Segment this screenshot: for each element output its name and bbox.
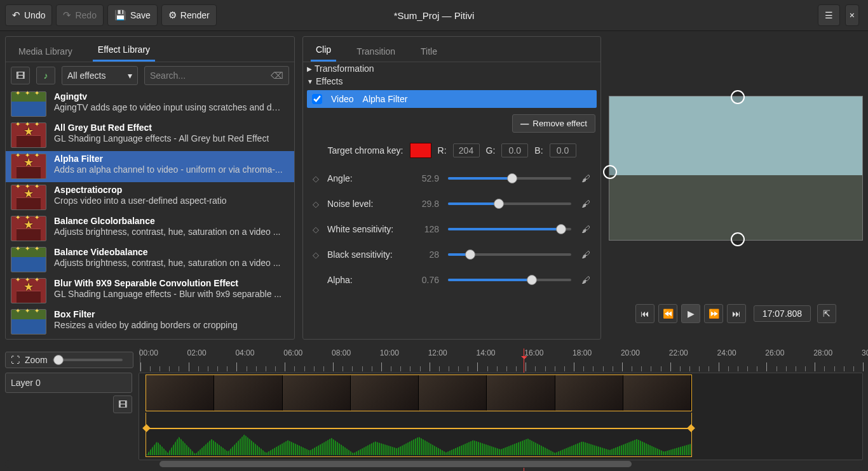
main-area: Media Library Effect Library 🎞 ♪ All eff… (0, 31, 868, 345)
param-value[interactable]: 128 (409, 224, 439, 234)
reset-param-icon[interactable]: 🖌 (581, 173, 594, 183)
save-button[interactable]: 💾Save (107, 4, 158, 26)
effect-thumbnail: ✦ ✦ ✦ (11, 278, 46, 303)
ruler-tick-label: 10:00 (380, 348, 399, 357)
param-slider[interactable] (448, 202, 571, 205)
volume-envelope[interactable] (146, 428, 691, 429)
ruler-tick-label: 16:00 (524, 348, 543, 357)
tab-effect-library[interactable]: Effect Library (93, 38, 155, 62)
applied-effect-row[interactable]: Video Alpha Filter (307, 90, 597, 108)
video-effects-toggle[interactable]: 🎞 (11, 67, 30, 84)
effect-category-dropdown[interactable]: All effects▾ (62, 66, 138, 85)
forward-button[interactable]: ⏩ (704, 304, 723, 323)
param-slider[interactable] (448, 253, 571, 256)
reset-param-icon[interactable]: 🖌 (581, 199, 594, 209)
effect-item[interactable]: ✦ ✦ ✦Box FilterResizes a video by adding… (6, 307, 294, 338)
keyframe-icon[interactable]: ◇ (309, 199, 322, 209)
remove-effect-button[interactable]: —Remove effect (512, 114, 595, 133)
reset-param-icon[interactable]: 🖌 (581, 275, 594, 285)
effect-item[interactable]: ✦ ✦ ✦All Grey But Red EffectGL Shading L… (6, 120, 294, 151)
chroma-label: Target chroma key: (327, 145, 403, 156)
tab-transition[interactable]: Transition (351, 40, 400, 62)
skip-start-icon: ⏮ (641, 308, 649, 319)
effect-title: All Grey But Red Effect (54, 123, 269, 133)
timeline-tracks[interactable] (139, 373, 863, 460)
ruler-tick-label: 26:00 (765, 348, 784, 357)
timeline-ruler[interactable]: 00:0002:0004:0006:0008:0010:0012:0014:00… (140, 348, 863, 371)
preview-viewer[interactable] (609, 96, 863, 241)
param-value[interactable]: 0.76 (409, 275, 439, 285)
layer-options-button[interactable]: 🎞 (113, 395, 132, 413)
param-slider[interactable] (448, 177, 571, 180)
section-effects[interactable]: ▼Effects (303, 75, 600, 88)
effect-item[interactable]: ✦ ✦ ✦Alpha FilterAdds an alpha channel t… (6, 151, 294, 182)
chroma-key-row: Target chroma key: R: 204 G: 0.0 B: 0.0 (309, 140, 594, 166)
section-transformation[interactable]: ▶Transformation (303, 62, 600, 75)
param-value[interactable]: 28 (409, 249, 439, 260)
keyframe-icon[interactable]: ◇ (309, 174, 322, 183)
effect-item[interactable]: ✦ ✦ ✦AspectratiocropCrops video into a u… (6, 182, 294, 213)
ruler-tick-label: 08:00 (332, 348, 351, 357)
video-clip[interactable] (146, 375, 692, 411)
ruler-tick-label: 12:00 (428, 348, 447, 357)
chroma-color-swatch[interactable] (410, 143, 431, 158)
rewind-button[interactable]: ⏪ (658, 304, 677, 323)
effect-title: Agingtv (54, 91, 283, 102)
effect-list[interactable]: ✦ ✦ ✦AgingtvAgingTV adds age to video in… (6, 89, 294, 339)
keyframe-icon[interactable]: ◇ (309, 225, 322, 234)
layer-name-input[interactable]: Layer 0 (5, 373, 132, 393)
skip-start-button[interactable]: ⏮ (635, 304, 654, 323)
tab-media-library[interactable]: Media Library (13, 40, 78, 62)
effect-search-input[interactable]: Search...⌫ (144, 66, 289, 85)
keyframe-icon[interactable]: ◇ (309, 250, 322, 260)
transform-handle-left[interactable] (603, 165, 617, 179)
ruler-tick-label: 20:00 (621, 348, 640, 357)
ruler-tick-label: 00:00 (139, 348, 158, 357)
chroma-r-input[interactable]: 204 (453, 143, 480, 157)
effect-title: Blur With 9X9 Separable Convolution Effe… (54, 278, 281, 288)
undo-button[interactable]: ↶Undo (5, 4, 52, 26)
tab-title[interactable]: Title (416, 40, 442, 62)
effect-title: Box Filter (54, 309, 238, 319)
close-button[interactable]: × (845, 4, 859, 26)
chevron-down-icon: ▾ (128, 70, 132, 81)
effect-thumbnail: ✦ ✦ ✦ (11, 91, 46, 117)
skip-end-icon: ⏭ (732, 308, 741, 319)
zoom-slider[interactable] (53, 359, 123, 361)
effect-item[interactable]: ✦ ✦ ✦AgingtvAgingTV adds age to video in… (6, 89, 294, 120)
redo-button[interactable]: ↷Redo (56, 4, 103, 26)
audio-clip[interactable] (146, 413, 692, 457)
param-value[interactable]: 29.8 (409, 199, 439, 209)
effect-item[interactable]: ✦ ✦ ✦Blur With 9X9 Separable Convolution… (6, 275, 294, 307)
transform-handle-top[interactable] (731, 90, 745, 104)
tab-clip[interactable]: Clip (311, 38, 336, 62)
param-value[interactable]: 52.9 (409, 173, 439, 183)
transform-handle-bottom[interactable] (731, 232, 745, 246)
effect-item[interactable]: ✦ ✦ ✦Balance VideobalanceAdjusts brightn… (6, 244, 294, 275)
backspace-icon[interactable]: ⌫ (271, 70, 283, 81)
play-button[interactable]: ▶ (681, 304, 700, 323)
effect-name-label: Alpha Filter (363, 94, 408, 104)
effect-enabled-checkbox[interactable] (312, 94, 322, 104)
effect-thumbnail: ✦ ✦ ✦ (11, 123, 46, 148)
timeline-scrollbar[interactable] (5, 460, 863, 468)
reset-param-icon[interactable]: 🖌 (581, 249, 594, 260)
reset-param-icon[interactable]: 🖌 (581, 224, 594, 234)
param-slider[interactable] (448, 228, 571, 230)
viewer-panel: ⏮ ⏪ ▶ ⏩ ⏭ 17:07.808 ⇱ (609, 36, 863, 340)
audio-effects-toggle[interactable]: ♪ (36, 67, 55, 84)
effect-thumbnail: ✦ ✦ ✦ (11, 216, 46, 241)
effect-title: Alpha Filter (54, 154, 283, 164)
param-row: ◇White sensitivity:128🖌 (309, 216, 594, 242)
render-button[interactable]: ⚙Render (161, 4, 217, 26)
chroma-g-input[interactable]: 0.0 (501, 143, 528, 157)
param-slider[interactable] (448, 279, 571, 281)
triangle-right-icon: ▶ (307, 65, 312, 72)
hamburger-menu-button[interactable]: ☰ (818, 4, 840, 26)
timecode-display[interactable]: 17:07.808 (754, 305, 811, 322)
zoom-label: Zoom (25, 355, 48, 365)
chroma-b-input[interactable]: 0.0 (550, 143, 576, 157)
effect-item[interactable]: ✦ ✦ ✦Balance GlcolorbalanceAdjusts brigh… (6, 213, 294, 244)
skip-end-button[interactable]: ⏭ (727, 304, 746, 323)
detach-viewer-button[interactable]: ⇱ (817, 304, 836, 323)
